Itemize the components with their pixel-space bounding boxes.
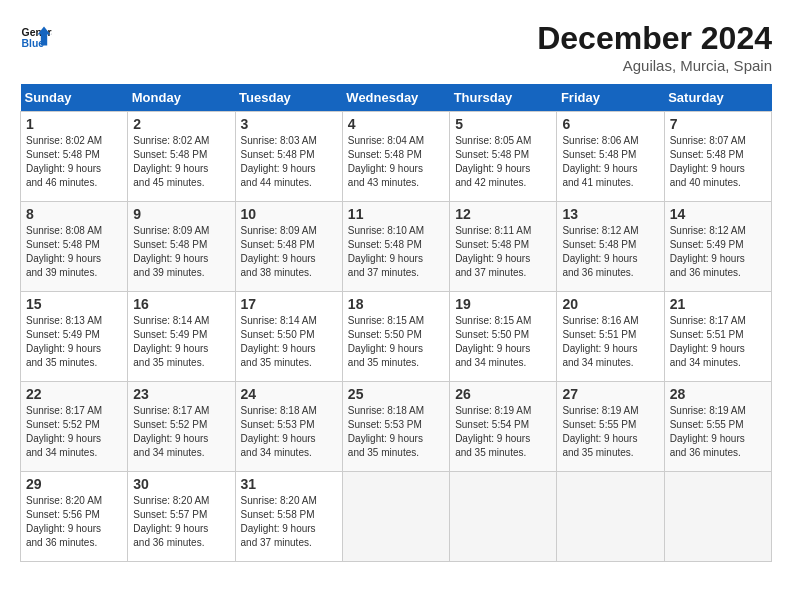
- calendar-week-5: 29 Sunrise: 8:20 AM Sunset: 5:56 PM Dayl…: [21, 472, 772, 562]
- day-number: 5: [455, 116, 551, 132]
- calendar-cell: 16 Sunrise: 8:14 AM Sunset: 5:49 PM Dayl…: [128, 292, 235, 382]
- day-number: 20: [562, 296, 658, 312]
- day-info: Sunrise: 8:09 AM Sunset: 5:48 PM Dayligh…: [241, 224, 337, 280]
- calendar-cell: 12 Sunrise: 8:11 AM Sunset: 5:48 PM Dayl…: [450, 202, 557, 292]
- day-info: Sunrise: 8:19 AM Sunset: 5:55 PM Dayligh…: [562, 404, 658, 460]
- calendar-cell: 6 Sunrise: 8:06 AM Sunset: 5:48 PM Dayli…: [557, 112, 664, 202]
- day-number: 29: [26, 476, 122, 492]
- page-header: General Blue December 2024 Aguilas, Murc…: [20, 20, 772, 74]
- calendar-cell: 26 Sunrise: 8:19 AM Sunset: 5:54 PM Dayl…: [450, 382, 557, 472]
- day-number: 9: [133, 206, 229, 222]
- day-info: Sunrise: 8:02 AM Sunset: 5:48 PM Dayligh…: [26, 134, 122, 190]
- day-number: 4: [348, 116, 444, 132]
- day-number: 27: [562, 386, 658, 402]
- day-number: 3: [241, 116, 337, 132]
- calendar-cell: 7 Sunrise: 8:07 AM Sunset: 5:48 PM Dayli…: [664, 112, 771, 202]
- calendar-week-3: 15 Sunrise: 8:13 AM Sunset: 5:49 PM Dayl…: [21, 292, 772, 382]
- title-area: December 2024 Aguilas, Murcia, Spain: [537, 20, 772, 74]
- day-info: Sunrise: 8:15 AM Sunset: 5:50 PM Dayligh…: [348, 314, 444, 370]
- weekday-header-tuesday: Tuesday: [235, 84, 342, 112]
- calendar-cell: [450, 472, 557, 562]
- calendar-cell: 27 Sunrise: 8:19 AM Sunset: 5:55 PM Dayl…: [557, 382, 664, 472]
- calendar-cell: 9 Sunrise: 8:09 AM Sunset: 5:48 PM Dayli…: [128, 202, 235, 292]
- day-info: Sunrise: 8:02 AM Sunset: 5:48 PM Dayligh…: [133, 134, 229, 190]
- day-number: 14: [670, 206, 766, 222]
- calendar-cell: 29 Sunrise: 8:20 AM Sunset: 5:56 PM Dayl…: [21, 472, 128, 562]
- day-info: Sunrise: 8:09 AM Sunset: 5:48 PM Dayligh…: [133, 224, 229, 280]
- day-info: Sunrise: 8:15 AM Sunset: 5:50 PM Dayligh…: [455, 314, 551, 370]
- logo: General Blue: [20, 20, 52, 52]
- day-info: Sunrise: 8:14 AM Sunset: 5:49 PM Dayligh…: [133, 314, 229, 370]
- day-info: Sunrise: 8:10 AM Sunset: 5:48 PM Dayligh…: [348, 224, 444, 280]
- calendar-cell: [664, 472, 771, 562]
- calendar-cell: 1 Sunrise: 8:02 AM Sunset: 5:48 PM Dayli…: [21, 112, 128, 202]
- calendar-cell: 2 Sunrise: 8:02 AM Sunset: 5:48 PM Dayli…: [128, 112, 235, 202]
- weekday-header-friday: Friday: [557, 84, 664, 112]
- day-number: 30: [133, 476, 229, 492]
- day-info: Sunrise: 8:08 AM Sunset: 5:48 PM Dayligh…: [26, 224, 122, 280]
- day-info: Sunrise: 8:13 AM Sunset: 5:49 PM Dayligh…: [26, 314, 122, 370]
- calendar-cell: 8 Sunrise: 8:08 AM Sunset: 5:48 PM Dayli…: [21, 202, 128, 292]
- day-number: 26: [455, 386, 551, 402]
- calendar-cell: 31 Sunrise: 8:20 AM Sunset: 5:58 PM Dayl…: [235, 472, 342, 562]
- calendar-cell: 5 Sunrise: 8:05 AM Sunset: 5:48 PM Dayli…: [450, 112, 557, 202]
- calendar-cell: 19 Sunrise: 8:15 AM Sunset: 5:50 PM Dayl…: [450, 292, 557, 382]
- calendar-cell: 24 Sunrise: 8:18 AM Sunset: 5:53 PM Dayl…: [235, 382, 342, 472]
- weekday-header-wednesday: Wednesday: [342, 84, 449, 112]
- calendar-cell: 15 Sunrise: 8:13 AM Sunset: 5:49 PM Dayl…: [21, 292, 128, 382]
- weekday-header-thursday: Thursday: [450, 84, 557, 112]
- day-info: Sunrise: 8:16 AM Sunset: 5:51 PM Dayligh…: [562, 314, 658, 370]
- location: Aguilas, Murcia, Spain: [537, 57, 772, 74]
- day-number: 11: [348, 206, 444, 222]
- day-number: 18: [348, 296, 444, 312]
- logo-icon: General Blue: [20, 20, 52, 52]
- calendar-cell: 4 Sunrise: 8:04 AM Sunset: 5:48 PM Dayli…: [342, 112, 449, 202]
- weekday-header-sunday: Sunday: [21, 84, 128, 112]
- day-number: 2: [133, 116, 229, 132]
- day-info: Sunrise: 8:14 AM Sunset: 5:50 PM Dayligh…: [241, 314, 337, 370]
- calendar-cell: 20 Sunrise: 8:16 AM Sunset: 5:51 PM Dayl…: [557, 292, 664, 382]
- day-number: 16: [133, 296, 229, 312]
- day-info: Sunrise: 8:06 AM Sunset: 5:48 PM Dayligh…: [562, 134, 658, 190]
- day-info: Sunrise: 8:11 AM Sunset: 5:48 PM Dayligh…: [455, 224, 551, 280]
- calendar-cell: 3 Sunrise: 8:03 AM Sunset: 5:48 PM Dayli…: [235, 112, 342, 202]
- day-info: Sunrise: 8:17 AM Sunset: 5:52 PM Dayligh…: [133, 404, 229, 460]
- calendar-cell: 10 Sunrise: 8:09 AM Sunset: 5:48 PM Dayl…: [235, 202, 342, 292]
- calendar-cell: 22 Sunrise: 8:17 AM Sunset: 5:52 PM Dayl…: [21, 382, 128, 472]
- calendar-week-1: 1 Sunrise: 8:02 AM Sunset: 5:48 PM Dayli…: [21, 112, 772, 202]
- day-info: Sunrise: 8:17 AM Sunset: 5:52 PM Dayligh…: [26, 404, 122, 460]
- day-info: Sunrise: 8:12 AM Sunset: 5:48 PM Dayligh…: [562, 224, 658, 280]
- calendar-cell: 14 Sunrise: 8:12 AM Sunset: 5:49 PM Dayl…: [664, 202, 771, 292]
- day-number: 13: [562, 206, 658, 222]
- calendar-cell: 17 Sunrise: 8:14 AM Sunset: 5:50 PM Dayl…: [235, 292, 342, 382]
- day-info: Sunrise: 8:19 AM Sunset: 5:55 PM Dayligh…: [670, 404, 766, 460]
- day-number: 23: [133, 386, 229, 402]
- day-info: Sunrise: 8:03 AM Sunset: 5:48 PM Dayligh…: [241, 134, 337, 190]
- day-info: Sunrise: 8:20 AM Sunset: 5:58 PM Dayligh…: [241, 494, 337, 550]
- day-info: Sunrise: 8:18 AM Sunset: 5:53 PM Dayligh…: [348, 404, 444, 460]
- calendar-cell: 25 Sunrise: 8:18 AM Sunset: 5:53 PM Dayl…: [342, 382, 449, 472]
- day-info: Sunrise: 8:19 AM Sunset: 5:54 PM Dayligh…: [455, 404, 551, 460]
- day-info: Sunrise: 8:17 AM Sunset: 5:51 PM Dayligh…: [670, 314, 766, 370]
- day-info: Sunrise: 8:07 AM Sunset: 5:48 PM Dayligh…: [670, 134, 766, 190]
- day-number: 6: [562, 116, 658, 132]
- month-title: December 2024: [537, 20, 772, 57]
- calendar-table: SundayMondayTuesdayWednesdayThursdayFrid…: [20, 84, 772, 562]
- day-number: 8: [26, 206, 122, 222]
- day-number: 7: [670, 116, 766, 132]
- day-info: Sunrise: 8:18 AM Sunset: 5:53 PM Dayligh…: [241, 404, 337, 460]
- day-number: 28: [670, 386, 766, 402]
- calendar-week-2: 8 Sunrise: 8:08 AM Sunset: 5:48 PM Dayli…: [21, 202, 772, 292]
- day-info: Sunrise: 8:05 AM Sunset: 5:48 PM Dayligh…: [455, 134, 551, 190]
- weekday-header-saturday: Saturday: [664, 84, 771, 112]
- day-info: Sunrise: 8:20 AM Sunset: 5:56 PM Dayligh…: [26, 494, 122, 550]
- calendar-cell: 28 Sunrise: 8:19 AM Sunset: 5:55 PM Dayl…: [664, 382, 771, 472]
- day-info: Sunrise: 8:12 AM Sunset: 5:49 PM Dayligh…: [670, 224, 766, 280]
- calendar-cell: 23 Sunrise: 8:17 AM Sunset: 5:52 PM Dayl…: [128, 382, 235, 472]
- calendar-cell: 21 Sunrise: 8:17 AM Sunset: 5:51 PM Dayl…: [664, 292, 771, 382]
- calendar-cell: 11 Sunrise: 8:10 AM Sunset: 5:48 PM Dayl…: [342, 202, 449, 292]
- weekday-header-monday: Monday: [128, 84, 235, 112]
- day-info: Sunrise: 8:04 AM Sunset: 5:48 PM Dayligh…: [348, 134, 444, 190]
- calendar-cell: 13 Sunrise: 8:12 AM Sunset: 5:48 PM Dayl…: [557, 202, 664, 292]
- day-number: 21: [670, 296, 766, 312]
